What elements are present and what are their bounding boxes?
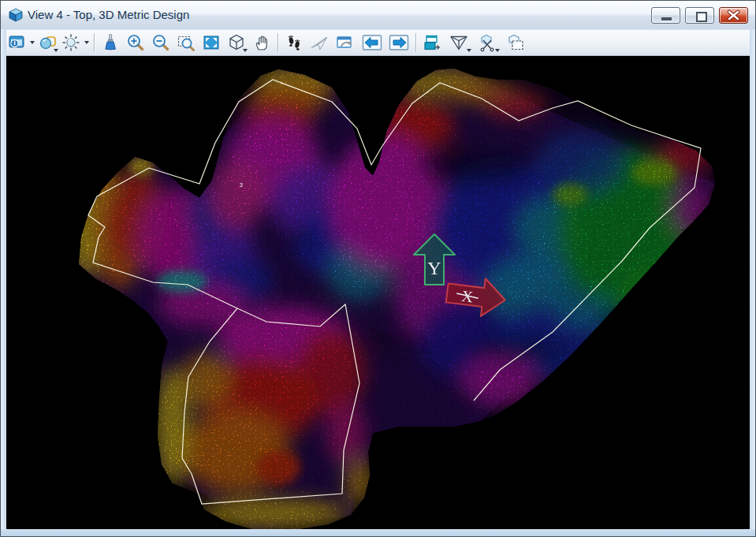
fit-view-icon xyxy=(202,33,221,52)
view-attributes-dropdown[interactable] xyxy=(28,32,36,54)
window-frame-right xyxy=(750,29,755,536)
toolbar-button-rotate-view[interactable] xyxy=(225,31,248,54)
chevron-down-icon xyxy=(243,49,248,52)
navigate-view-icon xyxy=(335,33,356,52)
close-icon xyxy=(720,8,747,23)
walk-footprints-icon xyxy=(285,33,304,52)
maximize-icon xyxy=(696,12,707,22)
window-title: View 4 - Top, 3D Metric Design xyxy=(28,1,189,29)
titlebar[interactable]: View 4 - Top, 3D Metric Design xyxy=(1,1,755,29)
chevron-down-icon xyxy=(467,49,471,52)
toolbar-button-navigate-view[interactable] xyxy=(333,31,358,54)
terrain-render: 3 Y X xyxy=(6,56,750,529)
toolbar-button-view-attributes[interactable] xyxy=(6,31,27,54)
chevron-down-icon xyxy=(84,41,89,44)
copy-view-icon xyxy=(423,33,441,52)
toolbar-button-apply-clip-volume[interactable] xyxy=(502,31,529,54)
toolbar-button-display-style[interactable] xyxy=(37,31,59,54)
minimize-button[interactable] xyxy=(651,7,680,24)
toolbar-button-fly[interactable] xyxy=(307,31,331,54)
toolbar-button-window-area[interactable] xyxy=(174,31,198,54)
chevron-down-icon xyxy=(495,49,500,52)
window-frame-bottom xyxy=(1,529,755,536)
zoom-in-icon xyxy=(126,33,145,52)
brightness-dropdown[interactable] xyxy=(82,32,91,54)
toolbar-button-zoom-out[interactable] xyxy=(149,31,173,54)
toolbar-separator xyxy=(277,33,278,52)
view-attributes-icon xyxy=(7,33,26,52)
y-axis-label: Y xyxy=(427,258,441,278)
maximize-button[interactable] xyxy=(685,7,714,24)
close-button[interactable] xyxy=(719,7,748,24)
window-controls xyxy=(646,7,748,24)
toolbar-button-update-view[interactable] xyxy=(99,31,122,54)
vertex-label: 3 xyxy=(240,182,243,188)
paintbrush-icon xyxy=(101,33,120,52)
toolbar-button-copy-view[interactable] xyxy=(420,31,444,54)
arrow-left-icon xyxy=(362,34,382,51)
toolbar-button-clip-mask[interactable] xyxy=(474,31,501,54)
toolbar-separator xyxy=(415,33,416,52)
chevron-down-icon xyxy=(30,41,35,44)
arrow-right-icon xyxy=(389,34,409,51)
view-toolbar xyxy=(2,30,754,56)
toolbar-separator xyxy=(94,33,95,52)
toolbar-button-pan-view[interactable] xyxy=(250,31,274,54)
view-cube-icon xyxy=(8,7,24,23)
window-frame-left xyxy=(1,29,6,536)
toolbar-button-walk[interactable] xyxy=(282,31,306,54)
toolbar-button-view-previous[interactable] xyxy=(359,31,385,54)
toolbar-button-zoom-in[interactable] xyxy=(124,31,147,54)
view-canvas[interactable]: 3 Y X xyxy=(6,56,750,529)
toolbar-button-view-next[interactable] xyxy=(386,31,412,54)
fly-paper-plane-icon xyxy=(310,33,329,52)
toolbar-button-adjust-brightness[interactable] xyxy=(61,31,81,54)
chevron-down-icon xyxy=(54,49,58,52)
minimize-icon xyxy=(661,17,672,21)
window-area-icon xyxy=(177,33,196,52)
toolbar-button-clip-volume[interactable] xyxy=(445,31,472,54)
view-window: View 4 - Top, 3D Metric Design xyxy=(0,0,756,537)
zoom-out-icon xyxy=(151,33,170,52)
apply-clip-icon xyxy=(505,33,526,52)
toolbar-button-fit-view[interactable] xyxy=(199,31,223,54)
brightness-icon xyxy=(61,33,80,52)
pan-hand-icon xyxy=(252,33,271,52)
